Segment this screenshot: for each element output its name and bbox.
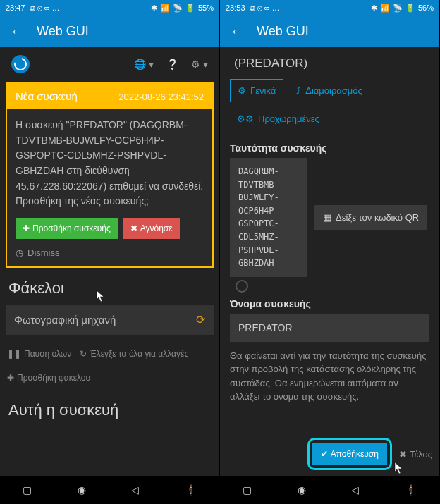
nav-back-icon[interactable]: ◁ [131, 484, 139, 496]
language-icon[interactable]: 🌐 ▾ [134, 59, 154, 70]
gear-icon: ⚙ [238, 85, 246, 96]
rescan-all-button[interactable]: ↻Έλεγξε τα όλα για αλλαγές [80, 349, 188, 359]
device-name-label: Όνομα συσκευής [230, 298, 429, 309]
nav-back-icon[interactable]: ◁ [351, 484, 359, 496]
add-folder-button[interactable]: ✚Προσθήκη φακέλου [7, 373, 90, 383]
tab-sharing[interactable]: ⤴Διαμοιρασμός [289, 79, 369, 102]
android-nav: ▢ ◉ ◁ 🕴 [220, 476, 439, 504]
nav-accessibility-icon[interactable]: 🕴 [405, 484, 417, 496]
nav-home-icon[interactable]: ◉ [78, 484, 86, 496]
dismiss-button[interactable]: ◷Dismiss [7, 247, 212, 266]
status-bar: 23:47⧉ ⊙ ∞ … ✱📶📡🔋55% [0, 0, 219, 16]
nav-home-icon[interactable]: ◉ [298, 484, 306, 496]
device-name-input[interactable] [230, 314, 429, 342]
device-subtitle: (PREDATOR) [230, 51, 429, 79]
plus-icon: ✚ [23, 223, 30, 233]
show-qr-button[interactable]: ▦Δείξε τον κωδικό QR [314, 205, 427, 230]
pause-icon: ❚❚ [7, 349, 21, 359]
device-id-value: DAGQRBM- TDVTBMB- BUJWLFY- OCP6H4P- GSPO… [230, 158, 307, 277]
status-bar: 23:53⧉ ⊙ ∞ … ✱📶📡🔋56% [220, 0, 439, 16]
folder-label: Φωτογραφική μηχανή [14, 314, 116, 326]
app-bar: ← Web GUI [220, 16, 439, 47]
app-bar: ← Web GUI [0, 16, 219, 47]
share-icon: ⤴ [296, 85, 301, 96]
tab-bar: ⚙Γενικά ⤴Διαμοιρασμός ⚙⚙Προχωρημένες [230, 79, 429, 137]
nav-recent-icon[interactable]: ▢ [23, 484, 32, 496]
folders-heading: Φάκελοι [8, 279, 211, 297]
new-device-alert: Νέα συσκευή 2022-08-26 23:42:52 Η συσκευ… [6, 82, 214, 268]
x-icon: ✖ [399, 449, 407, 460]
alert-body: Η συσκευή "PREDATOR" (DAGQRBM-TDVTBMB-BU… [7, 109, 212, 218]
appbar-title: Web GUI [37, 24, 89, 39]
alert-title: Νέα συσκευή [16, 90, 78, 102]
sync-icon: ⟳ [196, 313, 205, 326]
syncthing-logo [11, 55, 30, 73]
device-id-label: Ταυτότητα συσκευής [230, 142, 429, 154]
settings-icon[interactable]: ⚙ ▾ [191, 59, 208, 70]
this-device-heading: Αυτή η συσκευή [8, 401, 211, 419]
qr-icon: ▦ [323, 212, 331, 223]
refresh-icon: ↻ [80, 349, 87, 359]
gears-icon: ⚙⚙ [237, 113, 254, 124]
back-icon[interactable]: ← [230, 23, 244, 39]
nav-recent-icon[interactable]: ▢ [243, 484, 252, 496]
pause-all-button[interactable]: ❚❚Παύση όλων [7, 349, 71, 359]
folder-item[interactable]: Φωτογραφική μηχανή ⟳ [6, 305, 214, 335]
back-icon[interactable]: ← [10, 23, 24, 39]
help-icon[interactable]: ❔ [166, 59, 178, 70]
check-icon: ✔ [321, 449, 328, 459]
save-highlight: ✔Αποθήκευση [307, 438, 392, 470]
tab-general[interactable]: ⚙Γενικά [230, 79, 283, 102]
tab-advanced[interactable]: ⚙⚙Προχωρημένες [230, 108, 429, 130]
alert-date: 2022-08-26 23:42:52 [118, 92, 204, 102]
ignore-button[interactable]: ✖Αγνόησε [123, 218, 180, 239]
add-device-button[interactable]: ✚Προσθήκη συσκευής [16, 218, 118, 239]
android-nav: ▢ ◉ ◁ 🕴 [0, 476, 219, 504]
appbar-title: Web GUI [257, 24, 309, 39]
device-name-help: Θα φαίνεται αντί για την ταυτότητα της σ… [230, 349, 429, 404]
radio-marker [236, 280, 248, 293]
x-icon: ✖ [130, 223, 138, 233]
clock-icon: ◷ [16, 247, 23, 258]
close-button[interactable]: ✖Τέλος [399, 449, 432, 460]
plus-icon: ✚ [7, 373, 14, 383]
nav-accessibility-icon[interactable]: 🕴 [185, 484, 197, 496]
save-button[interactable]: ✔Αποθήκευση [312, 443, 387, 465]
